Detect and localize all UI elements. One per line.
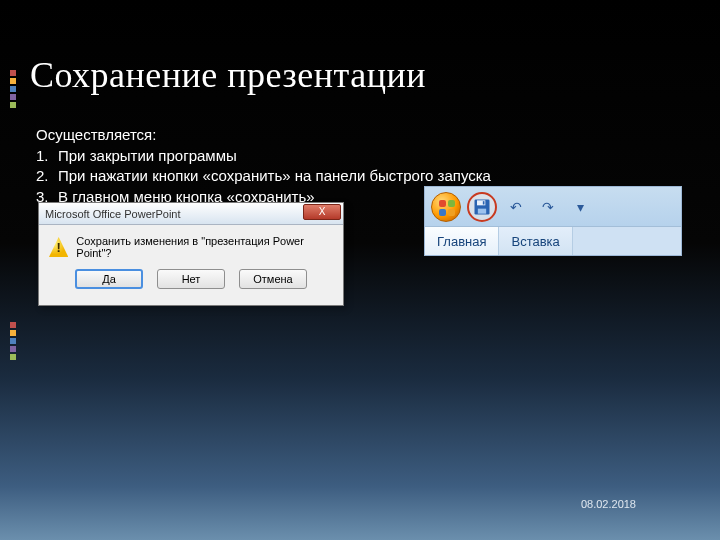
office-orb-button[interactable] bbox=[431, 192, 461, 222]
svg-rect-2 bbox=[478, 208, 486, 213]
redo-icon[interactable]: ↷ bbox=[535, 194, 561, 220]
yes-button[interactable]: Да bbox=[75, 269, 143, 289]
ribbon-quick-access: ↶ ↷ ▾ Главная Вставка bbox=[424, 186, 682, 256]
qat-dropdown-icon[interactable]: ▾ bbox=[567, 194, 593, 220]
undo-icon[interactable]: ↶ bbox=[503, 194, 529, 220]
cancel-button[interactable]: Отмена bbox=[239, 269, 307, 289]
list-item: 1.При закрытии программы bbox=[36, 146, 491, 166]
tab-insert[interactable]: Вставка bbox=[499, 227, 572, 255]
tab-home[interactable]: Главная bbox=[425, 227, 499, 255]
svg-rect-3 bbox=[483, 201, 485, 204]
footer-date: 08.02.2018 bbox=[581, 498, 636, 510]
list-item: 2.При нажатии кнопки «сохранить» на пане… bbox=[36, 166, 491, 186]
save-icon[interactable] bbox=[467, 192, 497, 222]
dialog-titlebar: Microsoft Office PowerPoint X bbox=[39, 203, 343, 225]
numbered-list: 1.При закрытии программы 2.При нажатии к… bbox=[36, 146, 491, 207]
no-button[interactable]: Нет bbox=[157, 269, 225, 289]
close-button[interactable]: X bbox=[303, 204, 341, 220]
slide-title: Сохранение презентации bbox=[30, 54, 426, 96]
dialog-message: Сохранить изменения в "презентация Power… bbox=[76, 235, 333, 259]
dialog-appname: Microsoft Office PowerPoint bbox=[45, 208, 181, 220]
intro-text: Осуществляется: bbox=[36, 126, 156, 143]
save-confirm-dialog: Microsoft Office PowerPoint X ! Сохранит… bbox=[38, 202, 344, 306]
warning-icon: ! bbox=[49, 237, 68, 257]
